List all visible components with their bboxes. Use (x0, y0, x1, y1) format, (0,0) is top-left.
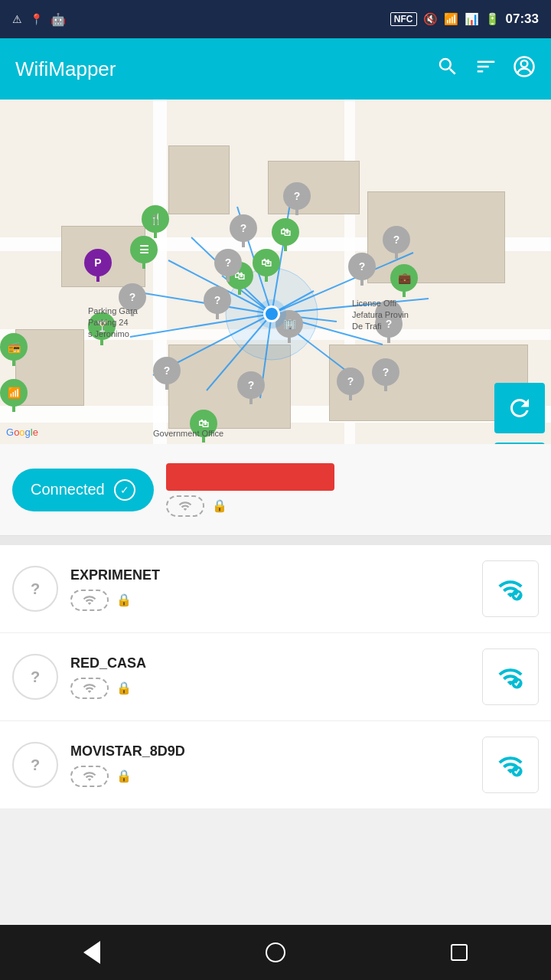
network-name-2: RED_CASA (70, 655, 470, 671)
network-item-movistar[interactable]: ? MOVISTAR_8D9D 🔒 (0, 721, 551, 809)
wifi-pin-green[interactable]: ☰ (130, 236, 158, 270)
section-divider (0, 536, 551, 545)
recent-icon (451, 944, 468, 961)
network-signal-1: 🔒 (70, 590, 470, 611)
wifi-pin-gray-9[interactable]: ? (337, 368, 364, 401)
network-avatar-1: ? (12, 566, 58, 612)
network-signal-2: 🔒 (70, 678, 470, 699)
wifi-pin-gray-11[interactable]: ? (153, 357, 181, 390)
wifi-pin-gray-2[interactable]: ? (214, 249, 242, 283)
wifi-pin-gray-1[interactable]: ? (204, 286, 231, 320)
filter-button[interactable] (474, 55, 497, 83)
home-button[interactable] (253, 929, 298, 975)
network-signal-3: 🔒 (70, 766, 470, 787)
location-icon: 📍 (30, 13, 43, 25)
ssid-redacted-bar (166, 463, 334, 491)
status-bar: ⚠ 📍 🤖 NFC 🔇 📶 📊 🔋 07:33 (0, 0, 551, 38)
battery-icon: 🔋 (485, 12, 500, 26)
connected-button[interactable]: Connected ✓ (12, 469, 154, 511)
wifi-pin-green-bag3[interactable]: 🛍 (272, 218, 299, 252)
network-avatar-2: ? (12, 654, 58, 700)
wifi-pin-gray-3[interactable]: ? (230, 214, 257, 248)
app-header: WifiMapper (0, 38, 551, 100)
signal-pill-2 (70, 678, 109, 699)
network-info-1: EXPRIMENET 🔒 (70, 567, 470, 611)
map-label-license: License Offi (352, 299, 396, 308)
profile-button[interactable] (513, 55, 536, 83)
signal-pill-3 (70, 766, 109, 787)
map-label-trafi: De Trafi (352, 322, 382, 331)
network-avatar-3: ? (12, 742, 58, 788)
wifi-pin-gray-4[interactable]: ? (283, 182, 311, 216)
wifi-pin-green-6[interactable]: 📶 (0, 379, 28, 413)
recent-button[interactable] (436, 929, 482, 975)
signal-strength-indicator (166, 495, 204, 517)
wifi-pin-green-bag2[interactable]: 🛍 (253, 249, 280, 283)
wifi-pin-gray-13[interactable]: ? (383, 226, 410, 260)
alert-icon: ⚠ (12, 13, 22, 25)
map-background: ☰ 🍴 🍸 P 🛍 🛍 🛍 💼 (0, 100, 551, 444)
mute-icon: 🔇 (423, 12, 438, 26)
wifi-pin-green-suitcase[interactable]: 💼 (390, 264, 418, 298)
wifi-pin-green-2[interactable]: 🍴 (142, 205, 169, 239)
network-item-redcasa[interactable]: ? RED_CASA 🔒 (0, 633, 551, 721)
connected-ssid-area: 🔒 (166, 463, 539, 517)
google-logo: Google (6, 426, 38, 438)
wifi-status-icon: 📶 (444, 12, 458, 26)
connect-button-1[interactable] (482, 560, 539, 617)
network-name-1: EXPRIMENET (70, 567, 470, 583)
nfc-label: NFC (390, 12, 417, 26)
current-location-pin (263, 305, 280, 322)
header-actions (436, 55, 536, 83)
network-name-3: MOVISTAR_8D9D (70, 743, 470, 760)
time-display: 07:33 (506, 11, 539, 27)
network-info-3: MOVISTAR_8D9D 🔒 (70, 743, 470, 787)
lock-icon: 🔒 (212, 498, 227, 513)
network-info-2: RED_CASA 🔒 (70, 655, 470, 699)
connected-check-icon: ✓ (114, 479, 135, 501)
app-title: WifiMapper (15, 57, 116, 81)
map-label-gov: Government Office (153, 429, 223, 438)
wifi-pin-gray-6[interactable]: ? (348, 253, 376, 286)
wifi-pin-gray-10[interactable]: ? (237, 371, 265, 405)
lock-icon-2: 🔒 (116, 681, 132, 695)
lock-icon-3: 🔒 (116, 769, 132, 783)
map-label-parking-gara: Parking Gara (88, 306, 138, 315)
navigation-bar (0, 925, 551, 980)
connected-signal-row: 🔒 (166, 495, 227, 517)
wifi-pin-gray-8[interactable]: ? (372, 358, 399, 392)
signal-icon: 📊 (465, 12, 479, 26)
connect-button-2[interactable] (482, 648, 539, 705)
signal-pill-1 (70, 590, 109, 611)
svg-point-1 (521, 60, 528, 67)
android-icon: 🤖 (51, 12, 66, 27)
search-button[interactable] (436, 55, 459, 83)
lock-icon-1: 🔒 (116, 593, 132, 607)
network-item-exprimenet[interactable]: ? EXPRIMENET 🔒 (0, 545, 551, 633)
status-bar-left: ⚠ 📍 🤖 (12, 12, 66, 27)
status-bar-right: NFC 🔇 📶 📊 🔋 07:33 (390, 11, 539, 27)
map-label-parking-24: Parking 24 (88, 318, 129, 327)
wifi-pin-green-bag4[interactable]: 🛍 (190, 410, 217, 443)
connect-button-3[interactable] (482, 737, 539, 793)
connected-label: Connected (31, 481, 105, 498)
map-label-jefatura: Jefatura Provin (352, 310, 409, 319)
connected-panel: Connected ✓ 🔒 (0, 444, 551, 536)
refresh-button[interactable] (494, 383, 545, 433)
map-label-jeronimo: s Jeronimo (88, 329, 129, 338)
map-container[interactable]: ☰ 🍴 🍸 P 🛍 🛍 🛍 💼 (0, 100, 551, 444)
home-icon (266, 942, 285, 962)
locate-button[interactable] (494, 443, 545, 444)
wifi-pin-parking[interactable]: P (84, 249, 112, 283)
back-icon (83, 941, 100, 964)
wifi-pin-green-5[interactable]: 📻 (0, 333, 28, 367)
back-button[interactable] (69, 929, 115, 975)
network-list: ? EXPRIMENET 🔒 ? RED_CASA 🔒 (0, 545, 551, 809)
